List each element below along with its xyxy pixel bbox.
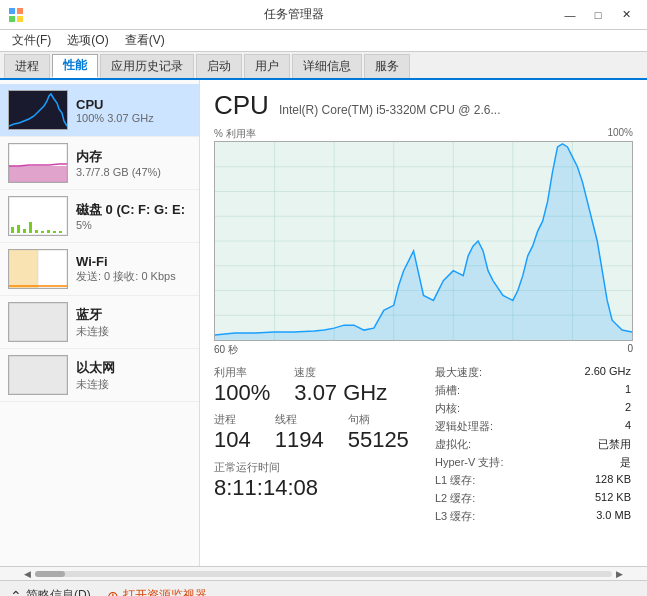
l1-value: 128 KB	[595, 473, 631, 488]
menu-bar: 文件(F) 选项(O) 查看(V)	[0, 30, 647, 52]
bluetooth-sidebar-sub: 未连接	[76, 324, 109, 339]
detail-title-main: CPU	[214, 90, 269, 121]
svg-rect-3	[17, 16, 23, 22]
speed-value: 3.07 GHz	[294, 380, 387, 406]
virtual-value: 已禁用	[598, 437, 631, 452]
right-row-hyperv: Hyper-V 支持: 是	[433, 455, 633, 470]
summary-button[interactable]: ⌃ 简略信息(D)	[10, 587, 91, 596]
sidebar-item-disk[interactable]: 磁盘 0 (C: F: G: E: 5%	[0, 190, 199, 243]
stats-left: 利用率 100% 速度 3.07 GHz 进程 104 线程 1	[214, 365, 433, 527]
uptime-section: 正常运行时间 8:11:14:08	[214, 460, 433, 501]
hyperv-value: 是	[620, 455, 631, 470]
close-button[interactable]: ✕	[613, 4, 639, 26]
disk-mini-graph	[8, 196, 68, 236]
graph-time-right: 0	[627, 343, 633, 357]
cores-label: 内核:	[435, 401, 460, 416]
cpu-sidebar-label: CPU	[76, 97, 154, 112]
stat-speed: 速度 3.07 GHz	[294, 365, 387, 406]
stats-section: 利用率 100% 速度 3.07 GHz 进程 104 线程 1	[214, 365, 633, 527]
menu-file[interactable]: 文件(F)	[4, 30, 59, 51]
right-row-l3: L3 缓存: 3.0 MB	[433, 509, 633, 524]
maxspeed-label: 最大速度:	[435, 365, 482, 380]
scroll-right-arrow[interactable]: ▶	[612, 569, 627, 579]
main-content: CPU 100% 3.07 GHz 内存 3.7/7.8 GB (47%)	[0, 80, 647, 566]
sidebar-item-bluetooth[interactable]: 蓝牙 未连接	[0, 296, 199, 349]
graph-label-pct: % 利用率	[214, 127, 256, 141]
svg-rect-18	[9, 250, 38, 288]
graph-time-left: 60 秒	[214, 343, 238, 357]
scroll-thumb[interactable]	[35, 571, 65, 577]
tab-startup[interactable]: 启动	[196, 54, 242, 78]
wifi-mini-graph	[8, 249, 68, 289]
monitor-icon: ⊕	[107, 588, 119, 597]
stat-thread: 线程 1194	[275, 412, 324, 453]
stat-utilization: 利用率 100%	[214, 365, 270, 406]
sidebar-item-memory[interactable]: 内存 3.7/7.8 GB (47%)	[0, 137, 199, 190]
l3-value: 3.0 MB	[596, 509, 631, 524]
sidebar-item-ethernet[interactable]: 以太网 未连接	[0, 349, 199, 402]
disk-sidebar-sub: 5%	[76, 219, 185, 231]
menu-options[interactable]: 选项(O)	[59, 30, 116, 51]
svg-rect-13	[41, 231, 44, 233]
sidebar-item-cpu[interactable]: CPU 100% 3.07 GHz	[0, 84, 199, 137]
minimize-button[interactable]: —	[557, 4, 583, 26]
uptime-value: 8:11:14:08	[214, 475, 318, 500]
hyperv-label: Hyper-V 支持:	[435, 455, 503, 470]
svg-rect-16	[59, 231, 62, 233]
open-monitor-link[interactable]: ⊕ 打开资源监视器	[107, 587, 207, 596]
maximize-button[interactable]: □	[585, 4, 611, 26]
sidebar-item-wifi[interactable]: Wi-Fi 发送: 0 接收: 0 Kbps	[0, 243, 199, 296]
logical-value: 4	[625, 419, 631, 434]
menu-view[interactable]: 查看(V)	[117, 30, 173, 51]
disk-sidebar-info: 磁盘 0 (C: F: G: E: 5%	[76, 201, 185, 231]
wifi-sidebar-info: Wi-Fi 发送: 0 接收: 0 Kbps	[76, 254, 176, 284]
right-row-socket: 插槽: 1	[433, 383, 633, 398]
thread-value: 1194	[275, 427, 324, 453]
right-row-l1: L1 缓存: 128 KB	[433, 473, 633, 488]
window-controls: — □ ✕	[557, 4, 639, 26]
svg-rect-6	[9, 166, 67, 182]
scroll-left-arrow[interactable]: ◀	[20, 569, 35, 579]
tab-services[interactable]: 服务	[364, 54, 410, 78]
monitor-label: 打开资源监视器	[123, 587, 207, 596]
bottom-bar: ⌃ 简略信息(D) ⊕ 打开资源监视器	[0, 580, 647, 596]
tab-process[interactable]: 进程	[4, 54, 50, 78]
disk-sidebar-label: 磁盘 0 (C: F: G: E:	[76, 201, 185, 219]
tab-users[interactable]: 用户	[244, 54, 290, 78]
utilization-value: 100%	[214, 380, 270, 406]
process-value: 104	[214, 427, 251, 453]
ethernet-sidebar-info: 以太网 未连接	[76, 359, 115, 392]
wifi-sidebar-label: Wi-Fi	[76, 254, 176, 269]
window-title: 任务管理器	[30, 6, 557, 23]
memory-sidebar-info: 内存 3.7/7.8 GB (47%)	[76, 148, 161, 178]
svg-rect-11	[29, 222, 32, 233]
tab-app-history[interactable]: 应用历史记录	[100, 54, 194, 78]
svg-rect-20	[9, 303, 67, 341]
summary-label: 简略信息(D)	[26, 587, 91, 596]
maxspeed-value: 2.60 GHz	[585, 365, 631, 380]
right-row-maxspeed: 最大速度: 2.60 GHz	[433, 365, 633, 380]
stats-row-2: 进程 104 线程 1194 句柄 55125	[214, 412, 433, 453]
l2-label: L2 缓存:	[435, 491, 475, 506]
right-row-virtual: 虚拟化: 已禁用	[433, 437, 633, 452]
wifi-sidebar-sub: 发送: 0 接收: 0 Kbps	[76, 269, 176, 284]
cpu-mini-graph	[8, 90, 68, 130]
svg-rect-0	[9, 8, 15, 14]
tab-performance[interactable]: 性能	[52, 54, 98, 78]
l1-label: L1 缓存:	[435, 473, 475, 488]
graph-time: 60 秒 0	[214, 343, 633, 357]
tab-details[interactable]: 详细信息	[292, 54, 362, 78]
cpu-chart-area: % 利用率 100%	[214, 127, 633, 357]
tab-bar: 进程 性能 应用历史记录 启动 用户 详细信息 服务	[0, 52, 647, 80]
ethernet-sidebar-label: 以太网	[76, 359, 115, 377]
socket-value: 1	[625, 383, 631, 398]
cpu-sidebar-info: CPU 100% 3.07 GHz	[76, 97, 154, 124]
bluetooth-sidebar-info: 蓝牙 未连接	[76, 306, 109, 339]
socket-label: 插槽:	[435, 383, 460, 398]
ethernet-mini-graph	[8, 355, 68, 395]
uptime-label: 正常运行时间	[214, 461, 280, 473]
cores-value: 2	[625, 401, 631, 416]
ethernet-sidebar-sub: 未连接	[76, 377, 115, 392]
scroll-track[interactable]	[35, 571, 612, 577]
svg-rect-21	[9, 356, 67, 394]
